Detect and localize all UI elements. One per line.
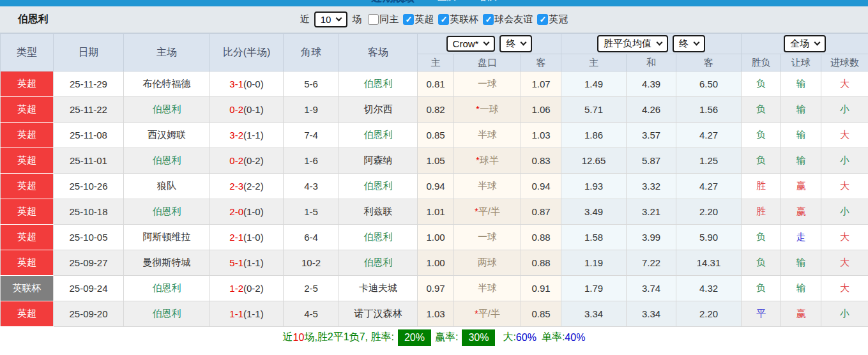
avg-win-odds: 3.34 bbox=[561, 301, 627, 327]
handicap-line: *平/半 bbox=[454, 199, 521, 225]
result-goals: 大 bbox=[821, 225, 868, 250]
over-rate-value: 60% bbox=[516, 332, 537, 344]
result-goals: 小 bbox=[821, 301, 868, 327]
win-rate-badge: 20% bbox=[398, 329, 431, 346]
league-filter-checkbox[interactable] bbox=[537, 14, 548, 25]
tab-home-team[interactable]: 主队 bbox=[438, 0, 456, 3]
avg-win-odds: 1.49 bbox=[561, 72, 627, 97]
result-goals: 小 bbox=[821, 148, 868, 174]
result-handicap: 输 bbox=[781, 148, 821, 174]
result-wdl: 负 bbox=[742, 123, 781, 148]
match-date: 25-11-08 bbox=[54, 123, 124, 148]
league-filter-label: 球会友谊 bbox=[494, 13, 533, 26]
odds-home: 0.97 bbox=[418, 276, 454, 301]
corner-score: 1-5 bbox=[284, 199, 339, 225]
avg-win-odds: 1.86 bbox=[561, 123, 627, 148]
result-handicap: 输 bbox=[781, 72, 821, 97]
league-badge: 英超 bbox=[1, 97, 54, 123]
half-score: (2-2) bbox=[243, 181, 264, 192]
scope-select[interactable]: 全场 bbox=[784, 35, 826, 52]
league-badge: 英超 bbox=[1, 174, 54, 199]
league-filter-item: 英超 bbox=[399, 13, 434, 26]
avg-draw-odds: 4.26 bbox=[627, 97, 676, 123]
tab-away-team[interactable]: 客队 bbox=[479, 0, 497, 3]
home-team: 狼队 bbox=[124, 174, 210, 199]
full-score: 2-1 bbox=[229, 232, 243, 243]
league-filter-checkbox[interactable] bbox=[483, 14, 494, 25]
full-score: 5-1 bbox=[229, 257, 243, 268]
league-filter-checkbox[interactable] bbox=[438, 14, 449, 25]
score-cell: 2-1(1-0) bbox=[210, 225, 284, 250]
league-filter-item: 同主 bbox=[363, 13, 399, 26]
chevron-down-icon bbox=[336, 15, 342, 22]
corner-score: 1-9 bbox=[284, 97, 339, 123]
avg-lose-odds: 1.56 bbox=[676, 97, 742, 123]
avg-draw-odds: 3.34 bbox=[627, 301, 676, 327]
sub-header-avg-win: 主 bbox=[561, 54, 627, 72]
home-team: 伯恩利 bbox=[124, 148, 210, 174]
sub-header-wdl: 胜负 bbox=[742, 54, 781, 72]
home-team: 阿斯顿维拉 bbox=[124, 225, 210, 250]
odds-away: 0.83 bbox=[521, 148, 561, 174]
score-cell: 3-2(1-1) bbox=[210, 123, 284, 148]
avg-type-select[interactable]: 胜平负均值 bbox=[597, 35, 668, 52]
league-filter-label: 英超 bbox=[415, 13, 434, 26]
league-badge: 英超 bbox=[1, 301, 54, 327]
corner-score: 5-6 bbox=[284, 72, 339, 97]
league-filter-item: 球会友谊 bbox=[478, 13, 533, 26]
odds-time-select[interactable]: 终 bbox=[499, 35, 532, 52]
score-cell: 1-2(0-2) bbox=[210, 276, 284, 301]
match-date: 25-11-01 bbox=[54, 148, 124, 174]
recent-count-select[interactable]: 10 bbox=[314, 11, 348, 27]
section-title: 近期战绩 bbox=[372, 0, 415, 5]
home-team: 伯恩利 bbox=[124, 199, 210, 225]
away-team: 伯恩利 bbox=[339, 72, 418, 97]
odds-company-select[interactable]: Crow* bbox=[446, 36, 496, 52]
away-team: 伯恩利 bbox=[339, 225, 418, 250]
odds-away: 0.91 bbox=[521, 276, 561, 301]
result-goals: 大 bbox=[821, 276, 868, 301]
handicap-line: 半球 bbox=[454, 276, 521, 301]
sub-header-avg-lose: 客 bbox=[676, 54, 742, 72]
avg-lose-odds: 2.20 bbox=[676, 301, 742, 327]
away-team: 切尔西 bbox=[339, 97, 418, 123]
league-filter-checkbox[interactable] bbox=[368, 14, 379, 25]
separator-dot: · bbox=[425, 0, 428, 2]
chevron-down-icon bbox=[694, 40, 700, 46]
result-handicap: 走 bbox=[781, 225, 821, 250]
full-score: 1-2 bbox=[229, 283, 243, 294]
games-label: 场 bbox=[352, 13, 362, 26]
odds-group-header: Crow* 终 bbox=[418, 34, 561, 54]
full-score: 1-1 bbox=[229, 308, 243, 319]
league-filter-checkbox[interactable] bbox=[403, 14, 414, 25]
sub-header-avg-draw: 和 bbox=[627, 54, 676, 72]
league-filter-label: 英冠 bbox=[549, 13, 568, 26]
odds-away: 1.06 bbox=[521, 97, 561, 123]
home-team: 伯恩利 bbox=[124, 276, 210, 301]
page: 近期战绩 · 主队 · 客队 伯恩利 近 10 场 同主 英超 英联杯 球会友谊 bbox=[0, 0, 868, 348]
table-row: 英超 25-10-18 伯恩利 2-0(1-0) 1-5 利兹联 1.01 *平… bbox=[1, 199, 868, 225]
result-handicap: 赢 bbox=[781, 301, 821, 327]
single-rate-value: 40% bbox=[565, 332, 585, 344]
score-cell: 0-2(0-2) bbox=[210, 148, 284, 174]
match-date: 25-09-24 bbox=[54, 276, 124, 301]
avg-win-odds: 3.49 bbox=[561, 199, 627, 225]
avg-draw-odds: 7.22 bbox=[627, 250, 676, 276]
avg-draw-odds: 3.21 bbox=[627, 199, 676, 225]
avg-time-select[interactable]: 终 bbox=[673, 35, 705, 52]
result-handicap: 输 bbox=[781, 276, 821, 301]
half-score: (0-2) bbox=[243, 283, 264, 294]
result-goals: 大 bbox=[821, 72, 868, 97]
result-goals: 小 bbox=[821, 199, 868, 225]
odds-away: 0.88 bbox=[521, 250, 561, 276]
sub-header-goals: 进球数 bbox=[821, 54, 868, 72]
avg-group-header: 胜平负均值 终 bbox=[561, 34, 742, 54]
filter-bar: 伯恩利 近 10 场 同主 英超 英联杯 球会友谊 英冠 bbox=[0, 6, 868, 33]
near-label: 近 bbox=[300, 13, 310, 26]
match-date: 25-10-26 bbox=[54, 174, 124, 199]
avg-win-odds: 1.79 bbox=[561, 276, 627, 301]
avg-lose-odds: 5.90 bbox=[676, 225, 742, 250]
odds-home: 1.01 bbox=[418, 199, 454, 225]
score-cell: 5-1(1-1) bbox=[210, 250, 284, 276]
avg-draw-odds: 3.57 bbox=[627, 123, 676, 148]
